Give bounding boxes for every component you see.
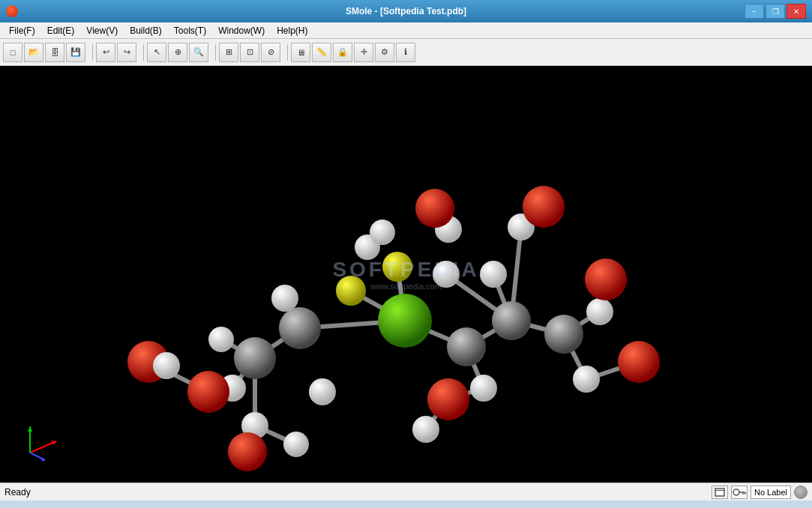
close-button[interactable]: ✕ xyxy=(787,4,806,19)
toolbar-separator xyxy=(211,44,216,61)
menu-item-toolst[interactable]: Tools(T) xyxy=(168,24,212,37)
status-indicator xyxy=(794,486,808,499)
atom-32 xyxy=(370,220,395,245)
toolbar-separator xyxy=(139,44,144,61)
title-text: SMole - [Softpedia Test.pdb] xyxy=(346,6,466,16)
toolbar-btn-ruler[interactable]: 📏 xyxy=(312,43,331,62)
status-key-icon[interactable] xyxy=(731,486,748,499)
key-icon xyxy=(733,488,746,497)
atom-3 xyxy=(279,307,321,349)
atom-26 xyxy=(618,341,660,383)
toolbar-btn-undo[interactable]: ↩ xyxy=(96,43,115,62)
toolbar-btn-select[interactable]: ↖ xyxy=(147,43,166,62)
toolbar-btn-settings[interactable]: ⚙ xyxy=(375,43,394,62)
toolbar-btn-info[interactable]: ℹ xyxy=(396,43,415,62)
window-icon xyxy=(715,488,725,497)
menu-item-viewv[interactable]: View(V) xyxy=(80,24,124,37)
atom-24 xyxy=(585,258,627,300)
atom-13 xyxy=(283,432,309,457)
atom-23 xyxy=(586,298,613,325)
atoms-group xyxy=(127,186,660,471)
toolbar-btn-save[interactable]: 💾 xyxy=(66,43,85,62)
main-canvas[interactable]: SOFTPEDIA www.softpedia.com xyxy=(0,66,812,483)
status-bar: Ready No Label xyxy=(0,483,812,501)
menu-bar: File(F)Edit(E)View(V)Build(B)Tools(T)Win… xyxy=(0,22,812,39)
toolbar: □📂🗄💾↩↪↖⊕🔍⊞⊡⊘🖥📏🔒✛⚙ℹ xyxy=(0,39,812,66)
atom-21 xyxy=(412,416,439,443)
toolbar-btn-grid[interactable]: ⊡ xyxy=(240,43,259,62)
minimize-button[interactable]: − xyxy=(745,4,764,19)
atom-30 xyxy=(415,189,454,228)
menu-item-filef[interactable]: File(F) xyxy=(3,24,41,37)
atom-25 xyxy=(573,366,600,393)
atom-28 xyxy=(523,186,565,228)
atom-18 xyxy=(433,261,460,288)
status-right: No Label xyxy=(712,486,808,499)
toolbar-btn-open[interactable]: 📂 xyxy=(24,43,43,62)
atom-2 xyxy=(336,276,366,306)
atom-15 xyxy=(447,327,486,366)
toolbar-separator xyxy=(88,44,93,61)
atom-1 xyxy=(382,252,412,282)
atom-0 xyxy=(378,294,432,348)
menu-item-helph[interactable]: Help(H) xyxy=(271,24,313,37)
axis-svg xyxy=(22,423,64,464)
svg-line-0 xyxy=(30,441,56,453)
atom-4 xyxy=(234,337,276,379)
toolbar-btn-stop[interactable]: ⊘ xyxy=(261,43,280,62)
svg-rect-6 xyxy=(715,489,724,496)
atom-6 xyxy=(208,327,234,352)
status-window-icon[interactable] xyxy=(712,486,728,499)
atom-14 xyxy=(309,378,336,405)
atom-16 xyxy=(492,301,531,340)
atom-17 xyxy=(480,261,507,288)
toolbar-btn-lock[interactable]: 🔒 xyxy=(333,43,352,62)
atom-10 xyxy=(153,352,180,379)
status-label: No Label xyxy=(751,486,791,499)
toolbar-btn-table[interactable]: ⊞ xyxy=(219,43,238,62)
toolbar-btn-rotate[interactable]: ⊕ xyxy=(168,43,187,62)
atom-22 xyxy=(544,315,583,354)
toolbar-separator xyxy=(283,44,288,61)
svg-point-8 xyxy=(733,489,739,495)
atom-5 xyxy=(271,285,298,312)
atom-8 xyxy=(187,371,229,413)
menu-item-edite[interactable]: Edit(E) xyxy=(41,24,81,37)
toolbar-btn-zoom[interactable]: 🔍 xyxy=(189,43,208,62)
menu-item-buildb[interactable]: Build(B) xyxy=(124,24,168,37)
toolbar-btn-redo[interactable]: ↪ xyxy=(117,43,136,62)
menu-item-windoww[interactable]: Window(W) xyxy=(212,24,271,37)
app-icon xyxy=(6,5,18,17)
toolbar-btn-move[interactable]: ✛ xyxy=(354,43,373,62)
svg-marker-3 xyxy=(28,426,32,432)
status-ready: Ready xyxy=(4,487,31,498)
molecule-viewer xyxy=(0,66,812,483)
toolbar-btn-save-ftp[interactable]: 🗄 xyxy=(45,43,64,62)
axis-indicator xyxy=(22,423,60,460)
toolbar-btn-new[interactable]: □ xyxy=(3,43,22,62)
title-bar-left xyxy=(6,5,18,17)
atom-19 xyxy=(470,375,497,402)
toolbar-btn-monitor[interactable]: 🖥 xyxy=(291,43,310,62)
atom-20 xyxy=(427,378,469,420)
title-bar: SMole - [Softpedia Test.pdb] − ❐ ✕ xyxy=(0,0,812,22)
atom-12 xyxy=(228,432,267,471)
restore-button[interactable]: ❐ xyxy=(766,4,785,19)
window-controls: − ❐ ✕ xyxy=(745,4,806,19)
